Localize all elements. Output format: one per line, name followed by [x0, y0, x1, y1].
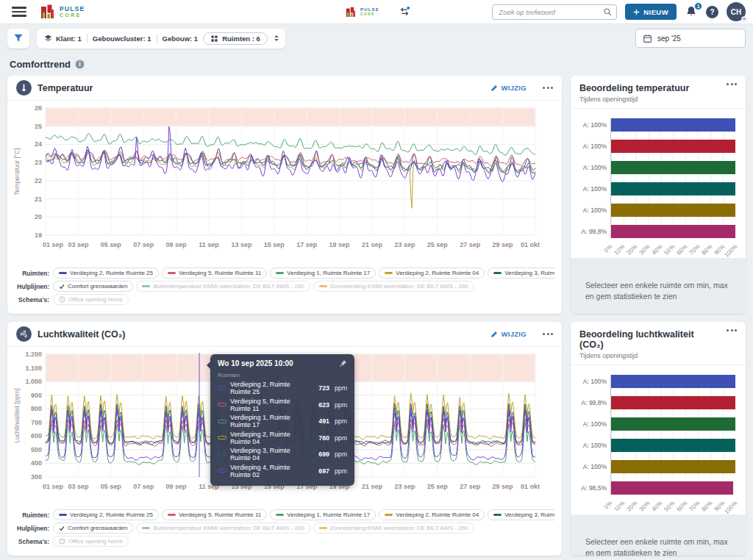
rating-value-label: A: 100% — [578, 140, 610, 153]
co2-menu-button[interactable] — [543, 333, 553, 335]
expand-collapse-toggle[interactable] — [274, 35, 279, 41]
check-icon — [59, 284, 65, 290]
filter-gebouw[interactable]: Gebouw: 1 — [163, 35, 199, 43]
svg-text:24: 24 — [35, 140, 42, 148]
series-color-pill — [218, 387, 226, 390]
help-button[interactable]: ? — [706, 6, 718, 18]
legend-schema-pill[interactable]: Office opening hours — [53, 536, 129, 547]
series-color-dash — [168, 514, 176, 516]
legend-schema-pill[interactable]: Office opening hours — [53, 294, 129, 305]
notifications-button[interactable]: 1 — [685, 5, 698, 18]
legend-room-pill[interactable]: Verdieping 1, Ruimte Ruimte 17 — [270, 268, 376, 279]
legend-room-pill[interactable]: Verdieping 3, Ruimte Ruimte 04 — [488, 268, 554, 279]
rating-bar — [611, 439, 735, 452]
info-icon[interactable]: i — [75, 60, 85, 69]
rating-temperature-menu-button[interactable] — [727, 83, 737, 85]
svg-text:300: 300 — [31, 473, 42, 481]
svg-text:22: 22 — [35, 177, 42, 184]
legend-helper-pill[interactable]: Zonnestraling KNMI weerstation: DE BILT … — [313, 523, 474, 534]
legend-room-pill[interactable]: Verdieping 2, Ruimte Ruimte 04 — [379, 268, 485, 279]
date-picker[interactable]: sep '25 — [635, 29, 746, 48]
layers-icon — [43, 34, 53, 43]
svg-text:600: 600 — [31, 432, 42, 439]
svg-text:19 sep: 19 sep — [329, 241, 351, 248]
divider — [157, 34, 157, 43]
series-color-dash — [385, 514, 393, 516]
svg-text:05 sep: 05 sep — [101, 241, 122, 248]
series-color-pill — [218, 469, 226, 473]
edit-co2-button[interactable]: WIJZIG — [490, 330, 527, 338]
rating-value-label: A: 100% — [578, 182, 610, 195]
card-title: Temperatuur — [38, 83, 93, 93]
new-button[interactable]: NIEUW — [625, 4, 677, 20]
temperature-menu-button[interactable] — [543, 87, 553, 89]
svg-text:21 sep: 21 sep — [362, 241, 383, 248]
air-quality-icon — [16, 326, 32, 342]
rating-bar — [611, 481, 733, 495]
legend-room-pill[interactable]: Verdieping 3, Ruimte Ruimte 04 — [488, 509, 554, 520]
edit-temperature-button[interactable]: WIJZIG — [490, 84, 527, 92]
check-icon — [59, 525, 65, 531]
legend-helper-pill[interactable]: Comfort grenswaarden — [53, 523, 133, 534]
user-avatar[interactable]: CH — [727, 2, 746, 21]
svg-text:01 okt: 01 okt — [521, 241, 540, 248]
legend-helper-pill[interactable]: Zonnestraling KNMI weerstation: DE BILT … — [313, 281, 474, 292]
svg-text:21 sep: 21 sep — [362, 483, 383, 490]
funnel-icon — [13, 33, 24, 43]
search-input[interactable] — [492, 4, 617, 20]
svg-text:03 sep: 03 sep — [68, 241, 89, 248]
clock-icon — [59, 538, 65, 545]
filter-gebouwcluster[interactable]: Gebouwcluster: 1 — [93, 35, 151, 43]
temperature-card: Temperatuur WIJZIG 192021222324252601 se… — [7, 76, 562, 314]
tooltip-row: Verdieping 2, Ruimte Ruimte 25723ppm — [218, 381, 347, 395]
svg-text:09 sep: 09 sep — [166, 483, 188, 490]
page-title: Comforttrend — [10, 59, 71, 70]
app-logo[interactable]: PULSECORE — [38, 3, 85, 21]
legend-room-pill[interactable]: Verdieping 2, Ruimte Ruimte 04 — [379, 509, 485, 520]
svg-text:29 sep: 29 sep — [493, 483, 514, 490]
filter-breadcrumb: Klant: 1 Gebouwcluster: 1 Gebouw: 1 Ruim… — [37, 29, 285, 49]
legend-room-pill[interactable]: Verdieping 5, Ruimte Ruimte 11 — [162, 509, 267, 520]
pencil-icon — [490, 331, 498, 338]
legend-room-pill[interactable]: Verdieping 1, Ruimte Ruimte 17 — [270, 509, 376, 520]
rating-co2-menu-button[interactable] — [727, 329, 737, 331]
rating-bar — [611, 460, 735, 473]
rating-bar — [611, 396, 735, 409]
legend-room-pill[interactable]: Verdieping 5, Ruimte Ruimte 11 — [162, 268, 267, 279]
legend-room-pill[interactable]: Verdieping 2, Ruimte Ruimte 25 — [53, 268, 159, 279]
legend-room-pill[interactable]: Verdieping 2, Ruimte Ruimte 25 — [53, 509, 159, 520]
svg-text:25 sep: 25 sep — [427, 241, 449, 248]
legend-helper-pill[interactable]: Buitentemperatuur KNMI weerstation: DE B… — [136, 523, 310, 534]
filter-klant[interactable]: Klant: 1 — [43, 34, 82, 43]
rating-value-label: A: 100% — [578, 161, 610, 174]
filter-button[interactable] — [7, 29, 29, 49]
compare-icon[interactable] — [399, 6, 410, 18]
series-color-dash — [319, 285, 327, 287]
rating-bar — [611, 375, 735, 388]
svg-text:01 sep: 01 sep — [43, 483, 64, 490]
pin-icon[interactable] — [339, 359, 347, 367]
rating-temperature-card: Beoordeling temperatuur Tijdens openings… — [571, 76, 746, 314]
svg-text:500: 500 — [31, 446, 42, 453]
filter-ruimten[interactable]: Ruimten : 6 — [203, 32, 268, 45]
rating-plot — [610, 375, 735, 495]
svg-text:23 sep: 23 sep — [394, 483, 415, 490]
svg-text:21: 21 — [35, 195, 42, 203]
legend-helper-pill[interactable]: Buitentemperatuur KNMI weerstation: DE B… — [136, 281, 310, 292]
menu-button[interactable] — [12, 7, 26, 17]
svg-text:19: 19 — [35, 231, 42, 239]
tooltip-section-label: Ruimten — [218, 372, 347, 378]
legend-helper-pill[interactable]: Comfort grenswaarden — [53, 281, 133, 292]
chevron-down-icon — [741, 16, 748, 23]
thermometer-icon — [16, 80, 32, 96]
buildings-logo-icon — [38, 3, 56, 21]
series-color-pill — [218, 436, 226, 439]
card-title: Luchtkwaliteit (CO₂) — [38, 329, 125, 340]
series-color-dash — [493, 272, 502, 274]
series-color-dash — [142, 527, 150, 529]
svg-text:Temperatuur [°C]: Temperatuur [°C] — [13, 148, 21, 195]
search-icon — [603, 7, 613, 17]
series-color-dash — [385, 272, 393, 274]
svg-text:07 sep: 07 sep — [133, 483, 154, 490]
series-color-dash — [319, 527, 327, 529]
